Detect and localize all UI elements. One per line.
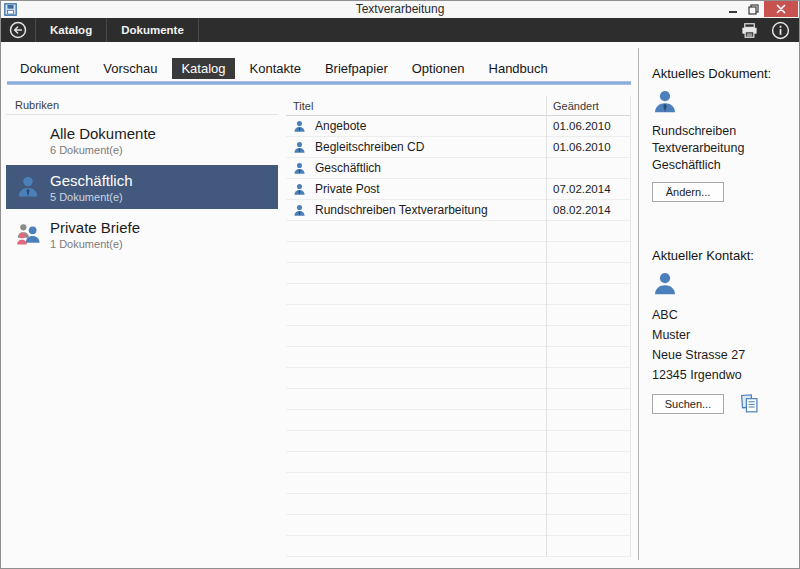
- table-row[interactable]: Private Post 07.02.2014: [286, 179, 630, 200]
- document-modified: 08.02.2014: [545, 204, 630, 216]
- close-button[interactable]: [764, 1, 798, 17]
- category-count: 5 Dokument(e): [50, 191, 133, 203]
- titlebar: Textverarbeitung: [1, 1, 799, 18]
- category-title: Private Briefe: [50, 219, 140, 236]
- panel-divider: [638, 48, 639, 560]
- document-modified: 01.06.2010: [545, 141, 630, 153]
- document-table-body: Angebote 01.06.2010 Begleitschreiben CD …: [286, 116, 630, 557]
- table-row-empty: [286, 242, 630, 263]
- table-row-empty: [286, 347, 630, 368]
- back-button[interactable]: [9, 21, 27, 39]
- current-document-line: Textverarbeitung: [652, 140, 798, 157]
- toolbar-separator: [198, 18, 199, 42]
- person-tie-icon: [293, 182, 306, 197]
- close-icon: [776, 4, 786, 14]
- document-modified: 01.06.2010: [545, 120, 630, 132]
- copy-documents-icon[interactable]: [739, 393, 760, 414]
- person-icon: [652, 271, 678, 297]
- restore-icon: [748, 4, 759, 15]
- document-title: Begleitschreiben CD: [306, 140, 545, 154]
- person-tie-icon: [293, 119, 306, 134]
- toolbar-button-dokumente[interactable]: Dokumente: [107, 18, 198, 42]
- tab-optionen[interactable]: Optionen: [412, 58, 465, 79]
- table-row-empty: [286, 452, 630, 473]
- current-document-info: Rundschreiben Textverarbeitung Geschäftl…: [652, 123, 798, 174]
- minimize-button[interactable]: [722, 1, 743, 17]
- tab-bar: Dokument Vorschau Katalog Kontakte Brief…: [20, 57, 572, 79]
- tab-briefpapier[interactable]: Briefpapier: [325, 58, 388, 79]
- table-row-empty: [286, 494, 630, 515]
- change-document-button[interactable]: Ändern...: [652, 182, 724, 202]
- category-item-private-briefe[interactable]: Private Briefe 1 Dokument(e): [6, 212, 278, 256]
- table-row-empty: [286, 368, 630, 389]
- category-count: 6 Dokument(e): [50, 144, 156, 156]
- category-title: Geschäftlich: [50, 172, 133, 189]
- tab-handbuch[interactable]: Handbuch: [489, 58, 548, 79]
- current-document-line: Rundschreiben: [652, 123, 798, 140]
- table-row-empty: [286, 536, 630, 557]
- table-row-empty: [286, 431, 630, 452]
- current-contact-heading: Aktueller Kontakt:: [652, 248, 798, 263]
- info-icon[interactable]: [771, 21, 790, 40]
- tab-dokument[interactable]: Dokument: [20, 58, 79, 79]
- document-title: Rundschreiben Textverarbeitung: [306, 203, 545, 217]
- document-title: Private Post: [306, 182, 545, 196]
- person-tie-icon: [293, 203, 306, 218]
- table-row-empty: [286, 410, 630, 431]
- people-group-icon: [6, 222, 50, 246]
- table-row-empty: [286, 284, 630, 305]
- document-modified: 07.02.2014: [545, 183, 630, 195]
- toolbar: Katalog Dokumente: [1, 18, 799, 42]
- documents-table: Titel Geändert Angebote 01.06.2010 Begle…: [286, 96, 631, 557]
- table-row-empty: [286, 326, 630, 347]
- table-row-empty: [286, 515, 630, 536]
- document-title: Geschäftlich: [306, 161, 545, 175]
- current-document-heading: Aktuelles Dokument:: [652, 66, 798, 81]
- search-contact-button[interactable]: Suchen...: [652, 394, 724, 414]
- info-panel: Aktuelles Dokument: Rundschreiben Textve…: [652, 48, 798, 414]
- current-document-line: Geschäftlich: [652, 157, 798, 174]
- person-tie-icon: [293, 161, 306, 176]
- window-title: Textverarbeitung: [1, 2, 799, 16]
- table-row[interactable]: Begleitschreiben CD 01.06.2010: [286, 137, 630, 158]
- person-tie-icon: [293, 140, 306, 155]
- column-divider: [546, 96, 547, 557]
- categories-header: Rubriken: [6, 96, 278, 115]
- toolbar-button-katalog[interactable]: Katalog: [36, 18, 106, 42]
- category-title: Alle Dokumente: [50, 125, 156, 142]
- tab-katalog[interactable]: Katalog: [172, 58, 234, 79]
- column-header-titel[interactable]: Titel: [286, 96, 545, 115]
- table-row-empty: [286, 221, 630, 242]
- categories-panel: Rubriken Alle Dokumente 6 Dokument(e) Ge…: [6, 96, 278, 256]
- printer-icon[interactable]: [740, 21, 759, 40]
- app-window: Textverarbeitung Katalog Dokumente Dokum…: [0, 0, 800, 569]
- table-row[interactable]: Angebote 01.06.2010: [286, 116, 630, 137]
- table-row-empty: [286, 389, 630, 410]
- table-row[interactable]: Geschäftlich: [286, 158, 630, 179]
- person-tie-icon: [6, 175, 50, 199]
- table-row-empty: [286, 473, 630, 494]
- current-contact-line: 12345 Irgendwo: [652, 365, 798, 385]
- document-title: Angebote: [306, 119, 545, 133]
- current-contact-line: Muster: [652, 325, 798, 345]
- current-contact-info: ABC Muster Neue Strasse 27 12345 Irgendw…: [652, 305, 798, 385]
- current-contact-line: ABC: [652, 305, 798, 325]
- person-tie-icon: [652, 89, 678, 115]
- tab-vorschau[interactable]: Vorschau: [103, 58, 157, 79]
- column-header-geaendert[interactable]: Geändert: [545, 96, 630, 115]
- current-contact-line: Neue Strasse 27: [652, 345, 798, 365]
- category-item-geschaeftlich[interactable]: Geschäftlich 5 Dokument(e): [6, 165, 278, 209]
- category-item-alle-dokumente[interactable]: Alle Dokumente 6 Dokument(e): [6, 118, 278, 162]
- accent-underline: [7, 81, 631, 85]
- tab-kontakte[interactable]: Kontakte: [250, 58, 301, 79]
- table-header-row: Titel Geändert: [286, 96, 630, 116]
- category-count: 1 Dokument(e): [50, 238, 140, 250]
- restore-button[interactable]: [743, 1, 764, 17]
- minimize-icon: [729, 11, 737, 13]
- table-row-empty: [286, 263, 630, 284]
- table-row[interactable]: Rundschreiben Textverarbeitung 08.02.201…: [286, 200, 630, 221]
- table-row-empty: [286, 305, 630, 326]
- window-controls: [722, 1, 798, 17]
